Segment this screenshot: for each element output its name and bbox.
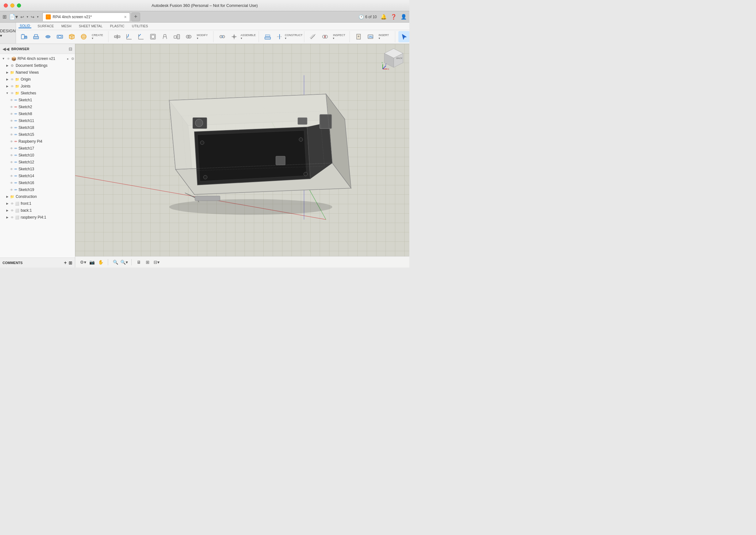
expand-origin[interactable]: ▶	[5, 77, 10, 82]
comments-panel-btn[interactable]: ⊞	[68, 260, 72, 265]
tree-sketches[interactable]: ▼ 👁 📁 Sketches	[0, 90, 75, 97]
display-mode-btn[interactable]: 🖥	[135, 258, 143, 266]
tree-construction[interactable]: ▶ 📁 Construction	[0, 193, 75, 200]
expand-doc-settings[interactable]: ▶	[5, 63, 10, 68]
tree-sketch19[interactable]: 👁 ✏ Sketch19	[0, 186, 75, 193]
expand-front1[interactable]: ▶	[5, 201, 10, 206]
construct-dropdown[interactable]: CONSTRUCT ▾	[286, 31, 302, 42]
revolve-btn[interactable]	[42, 31, 54, 42]
tree-sketch11[interactable]: 👁 ✏ Sketch11	[0, 117, 75, 124]
modify-dropdown[interactable]: MODIFY ▾	[195, 31, 211, 42]
comments-add-btn[interactable]: +	[64, 260, 67, 266]
help-icon[interactable]: ❓	[391, 14, 397, 20]
eye-root[interactable]: 👁	[6, 56, 11, 61]
expand-raspi1[interactable]: ▶	[5, 215, 10, 219]
camera-btn[interactable]: 📷	[88, 258, 96, 266]
zoom-dropdown[interactable]: 🔍▾	[120, 258, 128, 266]
undo-btn[interactable]: ↩	[20, 14, 24, 19]
tree-sketch10[interactable]: 👁 ✏ Sketch10	[0, 152, 75, 159]
eye-sketch16[interactable]: 👁	[10, 181, 14, 185]
tree-doc-settings[interactable]: ▶ ⚙ Document Settings	[0, 62, 75, 69]
eye-front1[interactable]: 👁	[10, 201, 14, 206]
offset-plane-btn[interactable]	[262, 31, 273, 42]
tree-sketch2[interactable]: 👁 ✏ Sketch2	[0, 103, 75, 110]
insert-canvas-btn[interactable]	[365, 31, 376, 42]
app-grid-icon[interactable]: ⊞	[3, 14, 7, 20]
eye-sketch12[interactable]: 👁	[10, 160, 14, 164]
tree-back1[interactable]: ▶ 👁 ⬜ back:1	[0, 207, 75, 214]
viewport[interactable]: BACK X Y Z ⚙▾ 📷 ✋ 🔍 🔍▾	[75, 44, 409, 268]
close-button[interactable]	[4, 3, 8, 8]
new-component-btn[interactable]	[18, 31, 30, 42]
tab-plastic[interactable]: PLASTIC	[109, 24, 126, 28]
design-workspace-button[interactable]: DESIGN ▾	[0, 23, 16, 43]
hole-btn[interactable]	[54, 31, 66, 42]
eye-sketch19[interactable]: 👁	[10, 187, 14, 192]
draft-btn[interactable]	[159, 31, 171, 42]
root-gear-icon[interactable]: ⚙	[70, 56, 75, 61]
maximize-button[interactable]	[17, 3, 21, 8]
tree-sketch16[interactable]: 👁 ✏ Sketch16	[0, 180, 75, 186]
eye-sketch8[interactable]: 👁	[10, 112, 14, 116]
eye-sketch15[interactable]: 👁	[10, 132, 14, 137]
tab-close-btn[interactable]: ×	[124, 14, 127, 19]
eye-origin[interactable]: 👁	[10, 77, 14, 82]
tree-sketch15[interactable]: 👁 ✏ Sketch15	[0, 131, 75, 138]
eye-sketch2[interactable]: 👁	[10, 105, 14, 109]
tab-surface[interactable]: SURFACE	[36, 24, 55, 28]
tree-sketch13[interactable]: 👁 ✏ Sketch13	[0, 166, 75, 173]
pan-btn[interactable]: ✋	[96, 258, 105, 266]
expand-named-views[interactable]: ▶	[5, 70, 10, 75]
eye-sketch18[interactable]: 👁	[10, 126, 14, 130]
eye-sketch14[interactable]: 👁	[10, 174, 14, 178]
tree-joints[interactable]: ▶ 👁 📁 Joints	[0, 83, 75, 90]
orbit-settings-btn[interactable]: ⚙▾	[79, 258, 87, 266]
new-tab-button[interactable]: +	[131, 13, 140, 21]
tab-mesh[interactable]: MESH	[60, 24, 73, 28]
axis-btn[interactable]	[274, 31, 285, 42]
tree-sketch14[interactable]: 👁 ✏ Sketch14	[0, 173, 75, 180]
eye-sketch11[interactable]: 👁	[10, 119, 14, 123]
sphere-btn[interactable]	[78, 31, 89, 42]
tree-sketch12[interactable]: 👁 ✏ Sketch12	[0, 159, 75, 166]
measure-btn[interactable]	[308, 31, 319, 42]
expand-construction[interactable]: ▶	[5, 194, 10, 199]
select-btn[interactable]	[398, 31, 409, 42]
sidebar-back-btn[interactable]: ◀◀	[3, 46, 10, 51]
tree-raspberry-pi4[interactable]: 👁 ✏ Raspberry Pi4	[0, 138, 75, 145]
notifications-icon[interactable]: 🔔	[381, 14, 387, 20]
eye-sketch17[interactable]: 👁	[10, 146, 14, 151]
insert-derive-btn[interactable]	[353, 31, 364, 42]
user-icon[interactable]: 👤	[401, 14, 407, 20]
combine-btn[interactable]	[183, 31, 194, 42]
active-tab[interactable]: 🟠 RPi4 4inch screen v21* ×	[42, 13, 130, 21]
file-menu-icon[interactable]: 📄▾	[9, 14, 18, 20]
tree-sketch18[interactable]: 👁 ✏ Sketch18	[0, 124, 75, 131]
joint-origin-btn[interactable]	[229, 31, 240, 42]
tree-raspberry-pi4-1[interactable]: ▶ 👁 ⬜ raspberry Pi4:1	[0, 214, 75, 221]
interference-btn[interactable]	[319, 31, 331, 42]
redo-dropdown[interactable]: ▾	[37, 15, 39, 18]
eye-sketch10[interactable]: 👁	[10, 153, 14, 157]
tree-front1[interactable]: ▶ 👁 ⬜ front:1	[0, 200, 75, 207]
eye-sketches[interactable]: 👁	[10, 91, 14, 95]
tab-sheet-metal[interactable]: SHEET METAL	[78, 24, 104, 28]
fillet-btn[interactable]	[123, 31, 135, 42]
expand-back1[interactable]: ▶	[5, 208, 10, 212]
grid-btn[interactable]: ⊞	[144, 258, 152, 266]
shell-btn[interactable]	[147, 31, 159, 42]
press-pull-btn[interactable]	[112, 31, 123, 42]
tree-origin[interactable]: ▶ 👁 📁 Origin	[0, 76, 75, 83]
tab-solid[interactable]: SOLID	[18, 24, 31, 28]
tree-sketch8[interactable]: 👁 ✏ Sketch8	[0, 110, 75, 117]
eye-back1[interactable]: 👁	[10, 208, 14, 212]
tree-sketch17[interactable]: 👁 ✏ Sketch17	[0, 145, 75, 152]
display-settings-btn[interactable]: ⊟▾	[152, 258, 160, 266]
expand-sketches[interactable]: ▼	[5, 91, 10, 95]
insert-dropdown[interactable]: INSERT ▾	[377, 31, 392, 42]
sidebar-collapse-btn[interactable]: ⊟	[68, 46, 72, 51]
tree-sketch1[interactable]: 👁 ✏ Sketch1	[0, 97, 75, 103]
box-btn[interactable]	[66, 31, 77, 42]
minimize-button[interactable]	[10, 3, 14, 8]
tab-utilities[interactable]: UTILITIES	[131, 24, 149, 28]
